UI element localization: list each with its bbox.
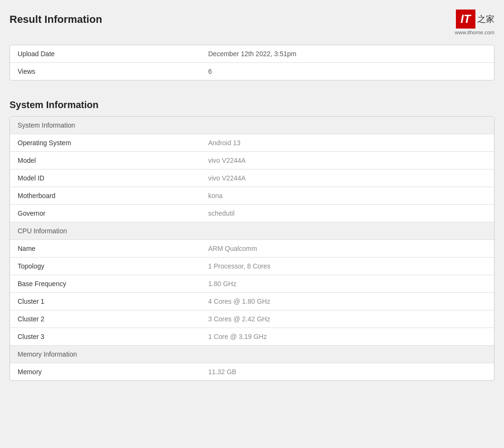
info-value: 1.80 GHz: [208, 280, 236, 288]
info-label: Cluster 1: [18, 298, 208, 305]
result-info-table: Upload Date December 12th 2022, 3:51pm V…: [10, 45, 494, 80]
result-info-label: Upload Date: [18, 50, 208, 58]
system-section-title: System Information: [10, 100, 494, 110]
info-row: Cluster 3 1 Core @ 3.19 GHz: [10, 328, 494, 346]
info-row: Cluster 2 3 Cores @ 2.42 GHz: [10, 310, 494, 328]
logo-it-text: IT: [461, 12, 471, 26]
info-row: Cluster 1 4 Cores @ 1.80 GHz: [10, 293, 494, 310]
info-value: schedutil: [208, 209, 234, 217]
page-header: Result Information IT 之家 www.ithome.com: [10, 10, 494, 35]
info-label: Cluster 3: [18, 333, 208, 340]
section-header-0: System Information: [10, 117, 494, 134]
info-label: Cluster 2: [18, 315, 208, 323]
info-row: Model ID vivo V2244A: [10, 169, 494, 187]
page-title: Result Information: [10, 10, 102, 26]
info-row: Topology 1 Processor, 8 Cores: [10, 258, 494, 275]
logo-chinese-text: 之家: [477, 13, 494, 25]
system-info-table: System Information Operating System Andr…: [10, 116, 494, 381]
info-label: Operating System: [18, 139, 208, 147]
info-label: Topology: [18, 262, 208, 270]
info-value: 11.32 GB: [208, 368, 236, 376]
logo-box: IT: [456, 10, 475, 29]
section-header-1: CPU Information: [10, 222, 494, 240]
info-label: Governor: [18, 209, 208, 217]
info-value: 1 Processor, 8 Cores: [208, 262, 271, 270]
info-label: Base Frequency: [18, 280, 208, 288]
info-row: Motherboard kona: [10, 187, 494, 205]
info-label: Model: [18, 157, 208, 164]
logo-url: www.ithome.com: [455, 30, 494, 35]
info-value: vivo V2244A: [208, 157, 246, 164]
result-info-row: Views 6: [10, 63, 494, 80]
info-value: ARM Qualcomm: [208, 245, 257, 252]
info-value: 1 Core @ 3.19 GHz: [208, 333, 267, 340]
result-info-value: 6: [208, 68, 212, 75]
info-value: Android 13: [208, 139, 241, 147]
info-value: kona: [208, 192, 222, 199]
info-row: Name ARM Qualcomm: [10, 240, 494, 258]
result-info-row: Upload Date December 12th 2022, 3:51pm: [10, 45, 494, 63]
info-row: Memory 11.32 GB: [10, 363, 494, 380]
result-info-label: Views: [18, 68, 208, 75]
info-value: 4 Cores @ 1.80 GHz: [208, 298, 270, 305]
info-value: vivo V2244A: [208, 174, 246, 182]
info-row: Model vivo V2244A: [10, 152, 494, 169]
info-label: Model ID: [18, 174, 208, 182]
info-row: Operating System Android 13: [10, 134, 494, 152]
result-info-value: December 12th 2022, 3:51pm: [208, 50, 296, 58]
info-value: 3 Cores @ 2.42 GHz: [208, 315, 270, 323]
info-label: Name: [18, 245, 208, 252]
info-row: Governor schedutil: [10, 205, 494, 222]
section-header-2: Memory Information: [10, 346, 494, 363]
info-label: Memory: [18, 368, 208, 376]
logo-area: IT 之家 www.ithome.com: [455, 10, 494, 35]
info-row: Base Frequency 1.80 GHz: [10, 275, 494, 293]
info-label: Motherboard: [18, 192, 208, 199]
